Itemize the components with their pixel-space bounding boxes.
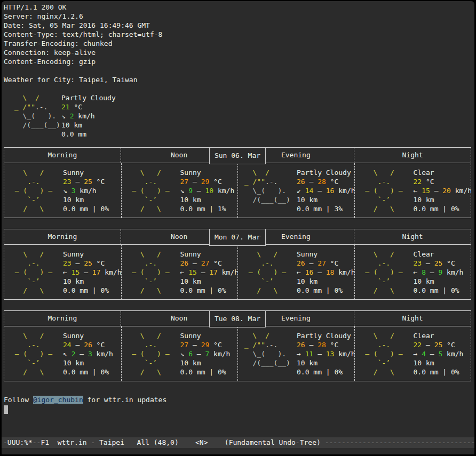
forecast-cell: \ / .-. – ( ) – `-’ / \Sunny26 – 27 °C← … [237,245,354,299]
column-header-night: Night [354,148,471,163]
blank-line [4,66,474,75]
cursor-block [4,405,8,414]
weather-icon: \ / .-. – ( ) – `-’ / \ [6,250,63,295]
wind-value: ↘ 2 km/h [61,111,116,121]
forecast-cell: \ / .-. – ( ) – `-’ / \Sunny23 – 25 °C← … [4,245,121,299]
weather-icon: \ / .-. – ( ) – `-’ / \ [124,168,180,213]
condition-label: Partly Cloudy [61,93,116,102]
forecast-details: Sunny26 – 27 °C← 16 – 18 km/h10 km0.0 mm… [297,250,354,295]
location-line: Weather for City: Taipei, Taiwan [4,75,474,84]
forecast-cell: \ / .-. – ( ) – `-’ / \Clear22 – 25 °C→ … [354,326,471,381]
forecast-date: Tue 08. Mar [215,315,260,323]
forecast-details: Sunny26 – 27 °C← 15 – 17 km/h10 km0.0 mm… [180,250,238,295]
forecast-cell: \ / .-. – ( ) – `-’ / \Sunny23 – 25 °C↘ … [4,163,121,218]
forecast-cell: \ / .-. – ( ) – `-’ / \Sunny27 – 29 °C↘ … [121,163,238,218]
forecast-date: Sun 06. Mar [215,151,260,159]
column-header-night: Night [354,311,471,326]
forecast-cell: \ / _ /"".-. \_( ). /(___(__)Partly Clou… [237,326,354,381]
forecast-details: Sunny24 – 26 °C↖ 2 – 3 km/h10 km0.0 mm |… [63,331,113,377]
forecast-cell: \ / .-. – ( ) – `-’ / \Sunny24 – 26 °C↖ … [4,326,121,381]
table-body-row: \ / .-. – ( ) – `-’ / \Sunny23 – 25 °C↘ … [4,163,471,218]
forecast-cell: \ / .-. – ( ) – `-’ / \Sunny26 – 27 °C← … [121,245,238,299]
footer-text-post: for wttr.in updates [83,396,167,404]
twitter-handle[interactable]: @igor_chubin [33,396,83,404]
blank-line [4,84,474,93]
weather-icon: \ / _ /"".-. \_( ). /(___(__) [10,93,61,139]
column-header-night: Night [354,229,471,244]
forecast-cell: \ / _ /"".-. \_( ). /(___(__)Partly Clou… [237,163,354,218]
forecast-details: Sunny23 – 25 °C↘ 3 km/h10 km0.0 mm | 0% [63,168,109,213]
weather-icon: \ / _ /"".-. \_( ). /(___(__) [240,331,297,377]
emacs-modeline[interactable]: -UUU:%*--F1 wttr.in - Taipei All (48,0) … [2,437,474,448]
column-header-morning: Morning [4,229,121,244]
table-body-row: \ / .-. – ( ) – `-’ / \Sunny23 – 25 °C← … [4,245,471,299]
precipitation-value: 0.0 mm [61,130,116,139]
forecast-day: Mon 07. Mar Morning Noon Evening Night \… [4,229,471,300]
current-details: Partly Cloudy21 °C↘ 2 km/h10 km0.0 mm [61,93,116,139]
weather-icon: \ / .-. – ( ) – `-’ / \ [6,331,63,377]
forecast-days-container: Sun 06. Mar Morning Noon Evening Night \… [4,147,474,381]
forecast-details: Sunny23 – 25 °C← 15 – 17 km/h10 km0.0 mm… [63,250,121,295]
temperature-value: 21 °C [61,102,116,111]
forecast-details: Sunny27 – 29 °C↘ 9 – 10 km/h10 km0.0 mm … [180,168,235,213]
forecast-date: Mon 07. Mar [215,233,260,241]
weather-icon: \ / .-. – ( ) – `-’ / \ [124,331,180,377]
forecast-date-box: Mon 07. Mar [209,229,266,246]
footer-line: Follow @igor_chubin for wttr.in updates [4,395,474,404]
forecast-date-box: Tue 08. Mar [209,310,266,327]
forecast-cell: \ / .-. – ( ) – `-’ / \Clear22 °C← 15 – … [354,163,471,218]
forecast-date-box: Sun 06. Mar [209,147,266,164]
forecast-day: Tue 08. Mar Morning Noon Evening Night \… [4,310,471,381]
forecast-details: Sunny27 – 29 °C↘ 6 – 7 km/h10 km0.0 mm |… [180,331,231,377]
terminal-screen: HTTP/1.1 200 OKServer: nginx/1.2.6Date: … [2,1,474,454]
visibility-value: 10 km [61,121,116,130]
table-body-row: \ / .-. – ( ) – `-’ / \Sunny24 – 26 °C↖ … [4,326,471,381]
column-header-morning: Morning [4,311,121,326]
forecast-details: Partly Cloudy26 – 28 °C↙ 14 – 16 km/h10 … [297,168,354,213]
forecast-details: Clear22 °C← 15 – 20 km/h10 km0.0 mm | 0% [414,168,471,213]
weather-icon: \ / _ /"".-. \_( ). /(___(__) [240,168,297,213]
weather-icon: \ / .-. – ( ) – `-’ / \ [124,250,180,295]
weather-icon: \ / .-. – ( ) – `-’ / \ [357,250,414,295]
weather-icon: \ / .-. – ( ) – `-’ / \ [6,168,63,213]
forecast-day: Sun 06. Mar Morning Noon Evening Night \… [4,147,471,218]
weather-icon: \ / .-. – ( ) – `-’ / \ [357,168,414,213]
http-headers: HTTP/1.1 200 OKServer: nginx/1.2.6Date: … [4,3,474,66]
weather-icon: \ / .-. – ( ) – `-’ / \ [357,331,414,377]
current-conditions: \ / _ /"".-. \_( ). /(___(__) Partly Clo… [4,93,474,139]
forecast-cell: \ / .-. – ( ) – `-’ / \Clear23 – 25 °C← … [354,245,471,299]
forecast-details: Partly Cloudy26 – 28 °C→ 11 – 13 km/h10 … [297,331,354,377]
column-header-morning: Morning [4,148,121,163]
weather-icon: \ / .-. – ( ) – `-’ / \ [240,250,297,295]
forecast-cell: \ / .-. – ( ) – `-’ / \Sunny27 – 29 °C↘ … [121,326,238,381]
footer-text-pre: Follow [4,396,33,404]
forecast-details: Clear22 – 25 °C→ 4 – 5 km/h10 km0.0 mm |… [414,331,464,377]
forecast-details: Clear23 – 25 °C← 8 – 9 km/h10 km0.0 mm |… [414,250,464,295]
